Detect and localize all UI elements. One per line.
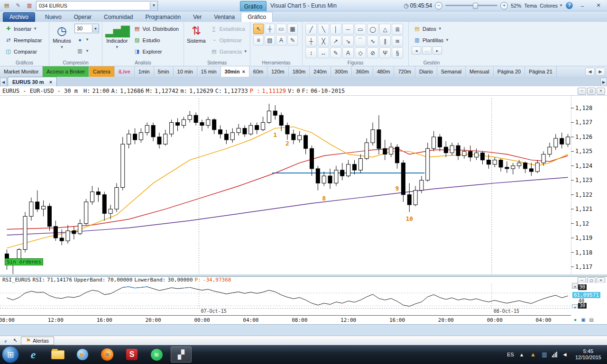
menu-tab-grafico[interactable]: Gráfico [241,12,273,22]
tray-alert-icon[interactable]: ▲ [529,351,537,358]
workspace-tab-ilive[interactable]: iLive [115,66,135,77]
hrange-icon[interactable]: ↔ [318,47,329,58]
explorer-button[interactable]: ◨ Explorer [132,46,181,56]
timeframe-tab-1min[interactable]: 1min [135,66,154,77]
timeframe-tab-Diario[interactable]: Diario [415,66,437,77]
close-button[interactable]: ✕ [592,1,605,10]
taskbar-firefox[interactable]: ≋ [97,346,118,363]
pin-icon[interactable]: ✎ [13,1,23,10]
menu-ventana[interactable]: Ventana [208,12,241,22]
menu-nuevo[interactable]: Nuevo [39,12,68,22]
timeframe-tab-30min[interactable]: 30min× [221,66,249,77]
trend-line-icon[interactable]: ╱ [305,24,317,35]
menu-archivo[interactable]: Archivo [3,12,35,22]
pane-close-button[interactable]: × [597,88,605,95]
zoom-in-button[interactable]: + [500,2,508,9]
tabs-scroll-right-icon[interactable]: ▶ [596,68,605,76]
help-button[interactable]: ? [566,2,573,9]
diamond-icon[interactable]: ◇ [355,47,366,58]
more-button[interactable]: … [422,46,432,55]
symbol-combo[interactable]: 034 EURUS ▼ [36,1,158,10]
timeframe-tab-Semanal[interactable]: Semanal [437,66,466,77]
comparar-button[interactable]: ◫ Comparar [3,46,44,56]
arrow-up-icon[interactable]: ↗ [330,36,341,46]
timeframe-tab-Mensual[interactable]: Mensual [466,66,494,77]
x-lines-icon[interactable]: ╳ [318,36,329,46]
nav-forward-button[interactable]: ▸ [432,46,442,55]
vertical-line-icon[interactable]: │ [330,24,341,35]
hidden-icons-button[interactable]: ▴ [518,351,525,358]
zoom-slider-thumb[interactable] [473,3,478,9]
nav-back-button[interactable]: ◂ [412,46,421,55]
network-icon[interactable] [552,352,557,357]
close-icon[interactable]: × [49,79,52,85]
workspace-tab-cartera[interactable]: Cartera [89,66,115,77]
pane-maximize-button[interactable]: ▢ [587,88,596,95]
menu-operar[interactable]: Operar [68,12,98,22]
taskbar-media-player[interactable]: ▶ [72,346,93,363]
timeframe-tab-15min[interactable]: 15 min [197,66,221,77]
connection-icon[interactable]: ● [572,317,579,323]
alertas-t ab[interactable]: ⚑ Alertas [21,337,54,345]
tabs-scroll-left-icon[interactable]: ◀ [585,68,595,76]
vol-distribution-button[interactable]: ▤ Vol. Distribution [132,24,181,34]
channel-icon[interactable]: ∥ [379,36,391,46]
arrow-down-icon[interactable]: ↘ [342,36,354,46]
wave-icon[interactable]: ∿ [367,36,378,46]
minutos-button[interactable]: ◷ Minutos ▼ [52,24,72,59]
rectangle-icon[interactable]: ▭ [355,24,366,35]
sistema-button[interactable]: ⇅ Sistema [187,24,206,59]
plantillas-button[interactable]: ▥ Plantillas ▼ [412,35,451,45]
timeframe-tab-240m[interactable]: 240m [310,66,331,77]
bar-type-dropdown[interactable]: ▥ ▼ [74,46,99,56]
pencil-icon[interactable]: ✎ [287,35,298,46]
crosshair-icon[interactable]: ┼ [265,24,275,34]
chart-shortcut-icon[interactable]: ▥ [25,1,34,10]
fan-icon[interactable]: Ψ [379,47,391,58]
workspace-tab-acceso-a-broker[interactable]: Acceso a Broker [43,66,89,77]
language-indicator[interactable]: ES [507,352,514,357]
scale-up-icon[interactable]: ▲ [572,283,578,289]
zoom-out-button[interactable]: − [435,2,442,9]
fibonacci-icon[interactable]: ≣ [392,24,403,35]
reemplazar-button[interactable]: ⇄ Reemplazar [3,35,44,45]
timeframe-tab-180m[interactable]: 180m [289,66,310,77]
chevron-down-icon[interactable]: ▼ [150,2,157,9]
forbidden-icon[interactable]: ⊘ [367,47,378,58]
menu-programacion[interactable]: Programación [139,12,187,22]
timeframe-tab-5min[interactable]: 5min [154,66,174,77]
candlestick-chart[interactable]: 1289101,1281,1271,1261,1251,1241,1231,12… [0,96,607,276]
vrange-icon[interactable]: ↕ [305,47,317,58]
ellipse-icon[interactable]: ◯ [367,24,378,35]
section-icon[interactable]: § [392,47,403,58]
timeframe-tab-Página21[interactable]: Página 21 [525,66,557,77]
browser-icon[interactable]: e [2,338,9,344]
theme-button[interactable]: Tema [524,3,537,9]
bands-icon[interactable]: ≋ [392,36,403,46]
grid-icon[interactable]: ▦ [287,24,298,34]
datos-button[interactable]: ▤ Datos ▼ [412,24,451,34]
units-dropdown[interactable]: ● ▼ [74,35,99,45]
start-button[interactable]: ⊞ [2,346,19,363]
timeframe-tab-120m[interactable]: 120m [267,66,289,77]
down-line-icon[interactable]: ╲ [318,24,329,35]
taskbar-visual-chart[interactable]: ▞ [171,346,192,363]
workspace-tab-market-monitor[interactable]: Market Monitor [0,66,43,77]
menu-comunidad[interactable]: Comunidad [98,12,139,22]
timeframe-tab-10min[interactable]: 10 min [174,66,197,77]
save-icon[interactable]: ▣ [580,317,587,323]
label-icon[interactable]: A [342,47,354,58]
cross-lines-icon[interactable]: ┼ [305,36,317,46]
context-tab-grafico[interactable]: Gráfico [240,1,267,11]
timeframe-tab-300m[interactable]: 300m [331,66,352,77]
volume-icon[interactable]: ◄ [561,351,569,358]
pencil2-icon[interactable]: ✎ [330,47,341,58]
compression-value-select[interactable]: 30 ▼ [74,24,99,33]
arc-icon[interactable]: ⌒ [355,36,366,46]
colors-button[interactable]: Colores▼ [540,3,563,9]
pane-minimize-button[interactable]: – [578,88,586,95]
menu-ver[interactable]: Ver [187,12,208,22]
close-icon[interactable]: × [242,69,245,74]
timeframe-tab-480m[interactable]: 480m [373,66,395,77]
app-logo-icon[interactable]: ▤ [2,1,11,10]
